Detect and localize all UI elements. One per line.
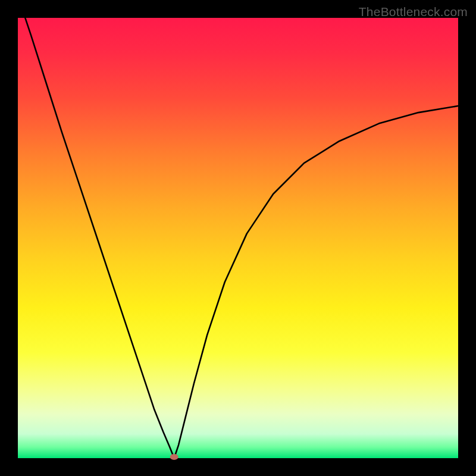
watermark-text: TheBottleneck.com — [359, 5, 468, 19]
minimum-marker — [170, 454, 178, 460]
plot-background — [18, 18, 458, 458]
chart-frame: TheBottleneck.com — [0, 0, 476, 476]
bottleneck-chart — [0, 0, 476, 476]
